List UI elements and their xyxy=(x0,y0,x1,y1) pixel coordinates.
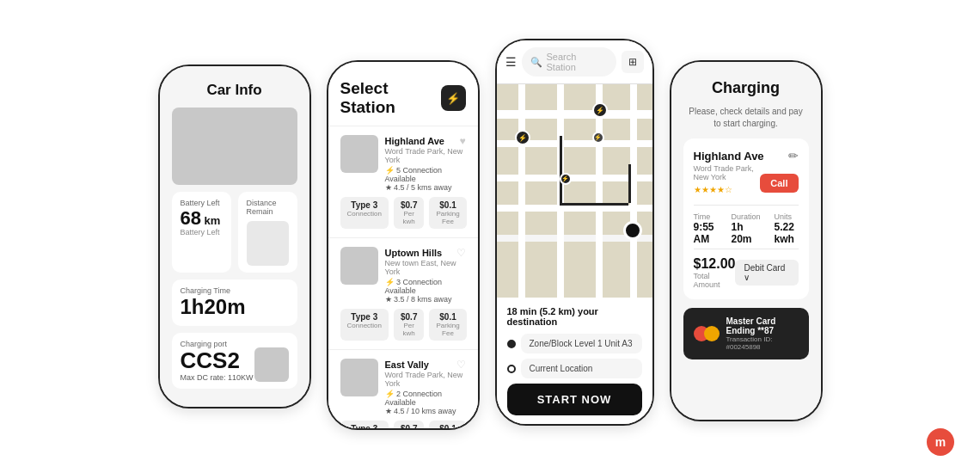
heart-icon-3[interactable]: ♡ xyxy=(456,359,466,371)
station-tag-parking-2: $0.1 Parking Fee xyxy=(429,309,466,341)
payment-type-select[interactable]: Debit Card ∨ xyxy=(735,260,798,286)
mc-circle-right xyxy=(704,326,720,341)
destination-input[interactable]: Zone/Block Level 1 Unit A3 xyxy=(521,334,642,353)
call-button[interactable]: Call xyxy=(760,174,798,193)
charging-subtitle: Please, check details and payto start ch… xyxy=(683,106,809,130)
card-name: Master Card Ending **87 xyxy=(726,316,799,335)
edit-icon[interactable]: ✏ xyxy=(788,149,799,163)
route-v2 xyxy=(628,164,631,203)
charging-station-name: Highland Ave xyxy=(694,150,764,163)
station-tag-type-3: Type 3 Connection xyxy=(340,421,389,428)
charging-amount: $12.00 xyxy=(694,256,736,272)
battery-value: 68 km xyxy=(181,209,223,228)
search-placeholder: Search Station xyxy=(547,52,608,72)
battery-sublabel: Battery Left xyxy=(181,228,223,236)
distance-box: Distance Remain xyxy=(238,192,297,273)
station-rating-1: ★ 4.5 / 5 kms away xyxy=(385,183,466,192)
station-avail-1: ⚡ 5 Connection Available xyxy=(385,166,466,183)
route-h1 xyxy=(560,203,628,206)
map-pin-4: ⚡ xyxy=(592,132,604,144)
station-avail-3: ⚡ 2 Connection Available xyxy=(385,390,466,407)
station-loc-3: Word Trade Park, New York xyxy=(385,371,466,388)
map-search-box[interactable]: 🔍 Search Station xyxy=(522,47,616,77)
station-name-3: East Vally xyxy=(385,359,429,370)
map-area: ⚡ ⚡ ⚡ ⚡ xyxy=(497,84,652,298)
station-name-1: Highland Ave xyxy=(385,136,444,146)
search-icon: 🔍 xyxy=(530,57,542,68)
map-pin-1: ⚡ xyxy=(515,130,530,145)
route-v1 xyxy=(560,136,562,205)
battery-box: Battery Left 68 km Battery Left xyxy=(172,192,231,273)
dest-info: 18 min (5.2 km) your destination xyxy=(507,306,642,327)
destination-pin xyxy=(623,221,642,240)
station-menu-icon[interactable]: ⚡ xyxy=(441,85,465,111)
station-avail-2: ⚡ 3 Connection Available xyxy=(385,278,466,295)
port-box: Charging port CCS2 Max DC rate: 110KW xyxy=(172,333,297,389)
menu-icon[interactable]: ☰ xyxy=(505,55,517,69)
current-location-input[interactable]: Current Location xyxy=(521,359,642,378)
start-now-button[interactable]: START NOW xyxy=(507,384,642,415)
heart-icon-2[interactable]: ♡ xyxy=(456,247,466,259)
charging-time-label: Charging Time xyxy=(181,286,289,295)
map-pin-2: ⚡ xyxy=(592,102,608,118)
station-card-1[interactable]: Highland Ave ♥ Word Trade Park, New York… xyxy=(328,126,478,237)
station-tag-price-3: $0.7 Per kwh xyxy=(394,421,424,428)
card-txn: Transaction ID: #00245898 xyxy=(726,335,799,351)
road-v1 xyxy=(518,84,525,298)
charging-title: Charging xyxy=(683,79,809,97)
station-loc-1: Word Trade Park, New York xyxy=(385,147,466,164)
station-name-2: Uptown Hills xyxy=(385,248,443,258)
mastercard-row: Master Card Ending **87 Transaction ID: … xyxy=(683,308,809,359)
station-tag-price-2: $0.7 Per kwh xyxy=(394,309,424,341)
charging-time-value: 1h20m xyxy=(181,295,289,319)
station-tag-type-2: Type 3 Connection xyxy=(340,309,389,341)
car-image xyxy=(172,108,297,185)
phone-select-station: Select Station ⚡ Highland Ave ♥ Word Tra… xyxy=(327,60,480,430)
station-tag-parking-3: $0.1 Parking Fee xyxy=(429,421,466,428)
station-card-2[interactable]: Uptown Hills ♡ New town East, New York ⚡… xyxy=(328,237,478,349)
mastercard-icon xyxy=(694,326,720,341)
phone-map: ☰ 🔍 Search Station ⊞ xyxy=(495,39,654,426)
map-bottom-panel: 18 min (5.2 km) your destination Zone/Bl… xyxy=(497,298,652,424)
charging-time-box: Charging Time 1h20m xyxy=(172,280,297,326)
charging-station-card: Highland Ave ✏ Word Trade Park, New York… xyxy=(683,138,809,299)
dest-dot xyxy=(507,365,516,373)
port-image xyxy=(254,347,289,382)
map-pin-3: ⚡ xyxy=(560,173,572,185)
station-loc-2: New town East, New York xyxy=(385,259,466,276)
station-list: Highland Ave ♥ Word Trade Park, New York… xyxy=(328,126,478,428)
origin-dot xyxy=(507,340,516,348)
station-thumb-3 xyxy=(340,359,378,396)
units-detail: Units 5.22 kwh xyxy=(775,212,799,245)
total-label: Total Amount xyxy=(694,272,736,289)
station-title: Select Station xyxy=(340,79,442,117)
car-info-title: Car Info xyxy=(172,82,297,99)
station-tag-type-1: Type 3 Connection xyxy=(340,197,389,229)
station-card-3[interactable]: East Vally ♡ Word Trade Park, New York ⚡… xyxy=(328,349,478,428)
filter-icon[interactable]: ⊞ xyxy=(622,51,644,73)
phone-charging: Charging Please, check details and payto… xyxy=(670,60,823,421)
phone-car-info: Car Info Battery Left 68 km Battery Left… xyxy=(158,64,311,408)
duration-detail: Duration 1h 20m xyxy=(731,212,760,245)
heart-icon-1[interactable]: ♥ xyxy=(459,135,465,147)
charging-station-rating: ★★★★☆ xyxy=(694,185,761,194)
port-dc: Max DC rate: 110KW xyxy=(181,373,254,382)
distance-chart xyxy=(247,221,289,266)
station-thumb-1 xyxy=(340,135,378,173)
battery-label: Battery Left xyxy=(181,199,223,207)
brand-logo: m xyxy=(927,428,954,456)
station-tag-price-1: $0.7 Per kwh xyxy=(394,197,424,229)
station-rating-3: ★ 4.5 / 10 kms away xyxy=(385,407,466,415)
station-thumb-2 xyxy=(340,247,378,285)
station-rating-2: ★ 3.5 / 8 kms away xyxy=(385,295,466,304)
port-value: CCS2 xyxy=(181,348,254,373)
time-detail: Time 9:55 AM xyxy=(694,212,718,245)
charging-station-loc: Word Trade Park, New York xyxy=(694,164,761,181)
station-tag-parking-1: $0.1 Parking Fee xyxy=(429,197,466,229)
distance-label: Distance Remain xyxy=(247,199,289,216)
road-v4 xyxy=(630,84,637,298)
